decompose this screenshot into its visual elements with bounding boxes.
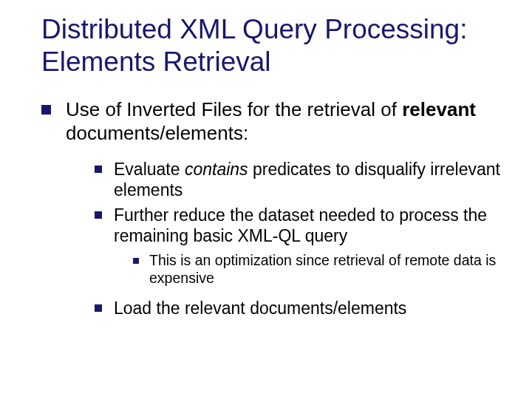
level3-group: This is an optimization since retrieval …: [133, 252, 510, 287]
square-bullet-icon: [95, 304, 102, 312]
text-fragment: Evaluate: [114, 160, 185, 179]
level2-text: Evaluate contains predicates to disquali…: [114, 159, 510, 200]
square-bullet-icon: [133, 258, 139, 264]
text-fragment: documents/elements:: [66, 122, 248, 144]
slide: Distributed XML Query Processing: Elemen…: [0, 0, 532, 399]
square-bullet-icon: [95, 211, 102, 219]
level3-text: This is an optimization since retrieval …: [149, 252, 510, 287]
square-bullet-icon: [41, 105, 51, 115]
level1-text: Use of Inverted Files for the retrieval …: [66, 98, 510, 145]
text-fragment: Use of Inverted Files for the retrieval …: [66, 98, 402, 120]
square-bullet-icon: [95, 166, 102, 173]
bullet-level2: Load the relevant documents/elements: [95, 298, 510, 318]
level2-text: Load the relevant documents/elements: [114, 298, 406, 318]
level2-group: Evaluate contains predicates to disquali…: [95, 159, 510, 318]
slide-title: Distributed XML Query Processing: Elemen…: [41, 13, 510, 78]
level2-text: Further reduce the dataset needed to pro…: [114, 205, 510, 246]
text-bold: relevant: [402, 98, 476, 120]
bullet-level3: This is an optimization since retrieval …: [133, 252, 510, 287]
bullet-level1: Use of Inverted Files for the retrieval …: [41, 98, 510, 145]
bullet-level2: Further reduce the dataset needed to pro…: [95, 205, 510, 246]
text-italic: contains: [185, 160, 248, 179]
bullet-level2: Evaluate contains predicates to disquali…: [95, 159, 510, 200]
